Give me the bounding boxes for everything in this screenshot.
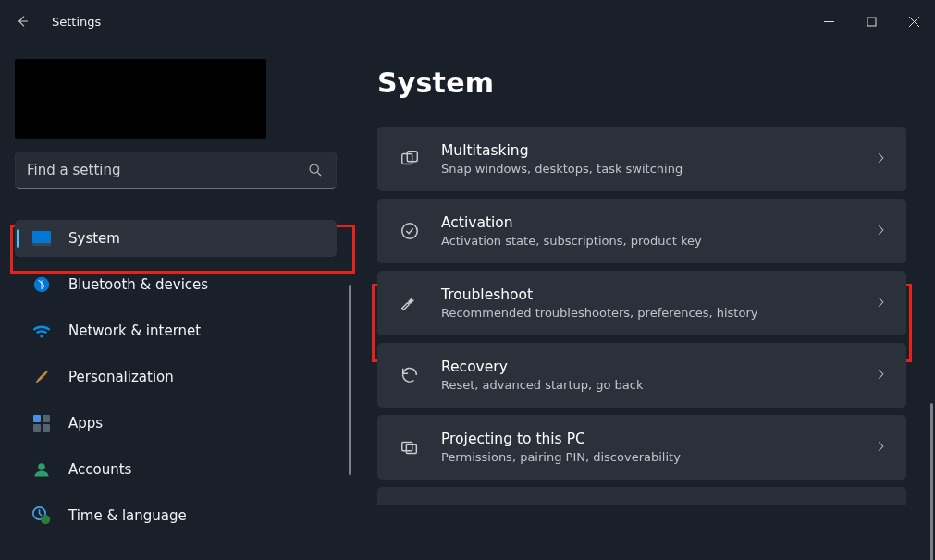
sidebar-item-label: System [68,230,120,247]
card-subtitle: Reset, advanced startup, go back [441,378,855,392]
titlebar: Settings [0,0,935,43]
main-content: System Multitasking Snap windows, deskto… [351,43,935,560]
back-arrow-icon [15,14,30,29]
card-title: Troubleshoot [441,286,855,304]
sidebar-item-label: Accounts [68,461,131,478]
sidebar-item-accounts[interactable]: Accounts [15,451,337,488]
profile-block[interactable] [15,59,266,139]
card-subtitle: Activation state, subscriptions, product… [441,234,855,248]
sidebar-item-label: Apps [68,415,103,432]
chevron-right-icon [874,151,887,168]
svg-rect-3 [32,243,51,246]
svg-rect-0 [867,18,876,26]
svg-point-11 [41,515,50,524]
card-title: Multitasking [441,142,855,160]
close-button[interactable] [892,6,935,37]
chevron-right-icon [874,223,887,240]
svg-rect-8 [43,424,50,432]
back-button[interactable] [13,12,31,30]
sidebar-item-bluetooth[interactable]: Bluetooth & devices [15,266,337,303]
display-icon [31,231,52,246]
multitasking-icon [397,149,423,169]
card-subtitle: Permissions, pairing PIN, discoverabilit… [441,450,855,464]
sidebar-item-label: Network & internet [68,323,201,339]
sidebar: System Bluetooth & devices Network & int… [0,43,351,560]
sidebar-nav: System Bluetooth & devices Network & int… [15,220,342,543]
svg-rect-7 [33,424,41,432]
card-activation[interactable]: Activation Activation state, subscriptio… [377,199,906,263]
sidebar-item-apps[interactable]: Apps [15,405,337,442]
search-input[interactable] [27,162,306,178]
svg-point-9 [38,463,45,470]
chevron-right-icon [874,367,887,384]
wrench-icon [397,293,423,313]
card-partial-next[interactable] [377,487,906,505]
card-subtitle: Snap windows, desktops, task switching [441,162,855,176]
bluetooth-icon [31,276,52,293]
check-circle-icon [397,221,423,241]
projector-icon [397,437,423,457]
close-icon [909,17,919,27]
svg-rect-16 [406,444,416,453]
chevron-right-icon [874,295,887,312]
minimize-icon [824,17,834,27]
sidebar-item-label: Time & language [68,507,187,524]
cards: Multitasking Snap windows, desktops, tas… [377,127,909,509]
search-icon [306,163,325,177]
card-title: Activation [441,214,855,232]
sidebar-item-system[interactable]: System [15,220,337,257]
sidebar-item-time-language[interactable]: Time & language [15,497,337,534]
search-box[interactable] [15,152,337,189]
card-recovery[interactable]: Recovery Reset, advanced startup, go bac… [377,343,906,408]
chevron-right-icon [874,439,887,457]
svg-rect-6 [43,415,50,422]
maximize-button[interactable] [850,6,892,37]
minimize-button[interactable] [807,6,850,37]
settings-window: Settings [0,0,935,560]
main-scroll-thumb[interactable] [930,403,933,560]
app-title: Settings [52,15,101,29]
wifi-icon [31,323,52,338]
card-troubleshoot[interactable]: Troubleshoot Recommended troubleshooters… [377,271,906,335]
svg-point-1 [310,164,318,173]
page-title: System [377,67,909,99]
sidebar-item-label: Bluetooth & devices [68,276,208,293]
person-icon [31,461,52,478]
sidebar-item-personalization[interactable]: Personalization [15,359,337,396]
svg-rect-5 [33,415,41,422]
svg-rect-2 [32,231,51,243]
card-projecting[interactable]: Projecting to this PC Permissions, pairi… [377,415,906,480]
maximize-icon [867,17,877,27]
card-subtitle: Recommended troubleshooters, preferences… [441,306,855,320]
sidebar-item-network[interactable]: Network & internet [15,312,337,349]
clock-globe-icon [31,506,52,525]
paintbrush-icon [31,368,52,386]
card-title: Projecting to this PC [441,431,855,448]
svg-rect-15 [402,443,412,451]
window-controls [807,6,935,37]
apps-icon [31,415,52,432]
card-multitasking[interactable]: Multitasking Snap windows, desktops, tas… [377,127,906,191]
svg-point-14 [402,224,418,239]
card-title: Recovery [441,359,855,376]
recovery-icon [397,365,423,385]
sidebar-item-label: Personalization [68,369,174,385]
